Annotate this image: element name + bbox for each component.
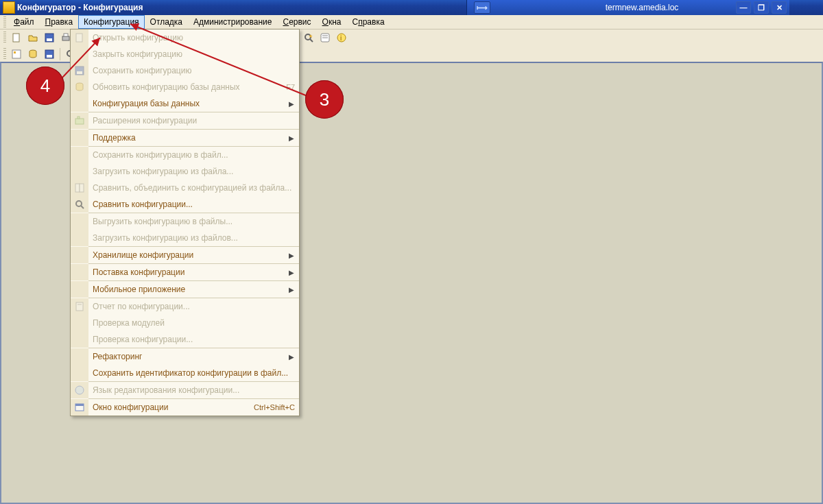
menu-окна[interactable]: Окна: [317, 15, 347, 29]
blank-icon: [71, 247, 88, 263]
blank-icon: [71, 147, 88, 163]
toolbar-cfg-open-icon[interactable]: [9, 47, 24, 62]
menu-item: Сравнить, объединить с конфигурацией из …: [71, 180, 299, 196]
menu-item[interactable]: Поддержка▶: [71, 130, 299, 146]
svg-point-49: [75, 386, 84, 394]
ext-icon: [71, 112, 88, 129]
annotation-badge-4: 4: [26, 67, 64, 105]
menu-файл[interactable]: Файл: [8, 15, 40, 29]
menu-item[interactable]: Сохранить идентификатор конфигурации в ф…: [71, 365, 299, 381]
menu-item: Обновить конфигурацию базы данныхF7: [71, 79, 299, 95]
svg-line-46: [81, 206, 84, 208]
submenu-arrow-icon: ▶: [288, 134, 295, 142]
blank-icon: [71, 315, 88, 331]
minimize-button[interactable]: —: [736, 1, 751, 14]
app-icon: [3, 1, 15, 14]
submenu-arrow-icon: ▶: [288, 252, 295, 259]
menu-item[interactable]: Конфигурация базы данных▶: [71, 95, 299, 112]
blank-icon: [71, 95, 88, 112]
svg-rect-3: [62, 36, 69, 40]
menu-item[interactable]: Сравнить конфигурации...: [71, 196, 299, 213]
menu-item: Загрузить конфигурацию из файлов...: [71, 230, 299, 246]
toolbar-new-icon[interactable]: [9, 30, 24, 45]
menu-item: Отчет по конфигурации...: [71, 298, 299, 315]
svg-line-24: [310, 39, 313, 42]
menu-конфигурация[interactable]: Конфигурация: [78, 15, 145, 29]
svg-rect-34: [47, 55, 52, 58]
svg-rect-31: [14, 51, 16, 53]
blank-icon: [71, 348, 88, 365]
toolbar-save-icon[interactable]: [42, 30, 57, 45]
blank-icon: [71, 281, 88, 298]
menu-item-label: Открыть конфигурацию: [88, 33, 295, 43]
pin-icon[interactable]: ⟼: [474, 1, 490, 14]
menu-администрирование[interactable]: Администрирование: [188, 15, 277, 29]
toolbar-info-icon[interactable]: i: [334, 30, 349, 45]
menu-item-label: Сравнить конфигурации...: [88, 200, 295, 209]
svg-rect-44: [80, 184, 84, 192]
report-icon: [71, 298, 88, 315]
menu-item: Сохранить конфигурацию: [71, 62, 299, 79]
svg-rect-51: [75, 404, 84, 406]
annotation-4-label: 4: [40, 75, 50, 97]
menu-item-label: Поставка конфигурации: [88, 267, 288, 277]
menu-configuration-dropdown: Открыть конфигурациюЗакрыть конфигурацию…: [70, 29, 300, 416]
blank-icon: [71, 365, 88, 381]
menu-item-label: Проверка модулей: [88, 318, 295, 328]
restore-button[interactable]: ❐: [754, 1, 769, 14]
blank-icon: [71, 46, 88, 62]
menu-сервис[interactable]: Сервис: [277, 15, 316, 29]
menu-item: Сохранить конфигурацию в файл...: [71, 147, 299, 163]
lang-icon: [71, 382, 88, 398]
toolbar-cfg-save-icon[interactable]: [42, 47, 57, 62]
menu-item: Расширения конфигурации: [71, 112, 299, 129]
submenu-arrow-icon: ▶: [288, 100, 295, 108]
menu-item-label: Отчет по конфигурации...: [88, 302, 295, 311]
menu-item: Выгрузить конфигурацию в файлы...: [71, 213, 299, 230]
db-icon: [71, 79, 88, 95]
svg-rect-39: [77, 71, 82, 74]
menu-item[interactable]: Мобильное приложение▶: [71, 281, 299, 298]
menu-item[interactable]: Хранилище конфигурации▶: [71, 247, 299, 263]
menu-item[interactable]: Окно конфигурацииCtrl+Shift+C: [71, 399, 299, 416]
svg-text:i: i: [340, 34, 342, 42]
menu-item-label: Мобильное приложение: [88, 285, 288, 294]
menu-item-label: Поддержка: [88, 133, 288, 143]
menu-item-label: Сравнить, объединить с конфигурацией из …: [88, 183, 295, 193]
menu-правка[interactable]: Правка: [40, 15, 79, 29]
toolbar-separator: [60, 48, 60, 60]
toolbar-cfg-db-icon[interactable]: [25, 47, 40, 62]
menu-отладка[interactable]: Отладка: [145, 15, 188, 29]
toolbar-grip[interactable]: [3, 48, 6, 60]
menu-справка[interactable]: Справка: [346, 15, 390, 29]
toolbar-grip[interactable]: [3, 16, 6, 27]
toolbar-grip[interactable]: [3, 32, 6, 44]
submenu-arrow-icon: ▶: [288, 286, 295, 293]
svg-rect-30: [12, 50, 21, 58]
annotation-badge-3: 3: [305, 80, 344, 119]
blank-icon: [71, 163, 88, 180]
menu-item-shortcut: Ctrl+Shift+C: [248, 403, 295, 411]
svg-rect-4: [64, 34, 68, 36]
svg-rect-2: [47, 38, 52, 41]
save-icon: [71, 62, 88, 79]
menu-item-label: Язык редактирования конфигурации...: [88, 385, 295, 395]
toolbar-magic-icon[interactable]: [301, 30, 316, 45]
title-bar: Конфигуратор - Конфигурация ⟼ termnew.am…: [0, 0, 823, 15]
blank-icon: [71, 264, 88, 280]
menu-item[interactable]: Поставка конфигурации▶: [71, 264, 299, 280]
menu-item-label: Обновить конфигурацию базы данных: [88, 82, 281, 92]
annotation-3-label: 3: [320, 89, 329, 110]
menu-item[interactable]: Рефакторинг▶: [71, 348, 299, 365]
svg-rect-43: [75, 184, 80, 192]
close-button[interactable]: ✕: [772, 1, 787, 14]
menu-item-label: Хранилище конфигурации: [88, 250, 288, 260]
menu-item: Проверка конфигурации...: [71, 331, 299, 348]
window-buttons: — ❐ ✕: [736, 1, 787, 14]
menu-item: Загрузить конфигурацию из файла...: [71, 163, 299, 180]
menu-item-label: Закрыть конфигурацию: [88, 49, 295, 59]
toolbar-help-icon[interactable]: [318, 30, 333, 45]
svg-rect-47: [76, 302, 83, 311]
blank-icon: [71, 230, 88, 246]
toolbar-open-icon[interactable]: [25, 30, 40, 45]
